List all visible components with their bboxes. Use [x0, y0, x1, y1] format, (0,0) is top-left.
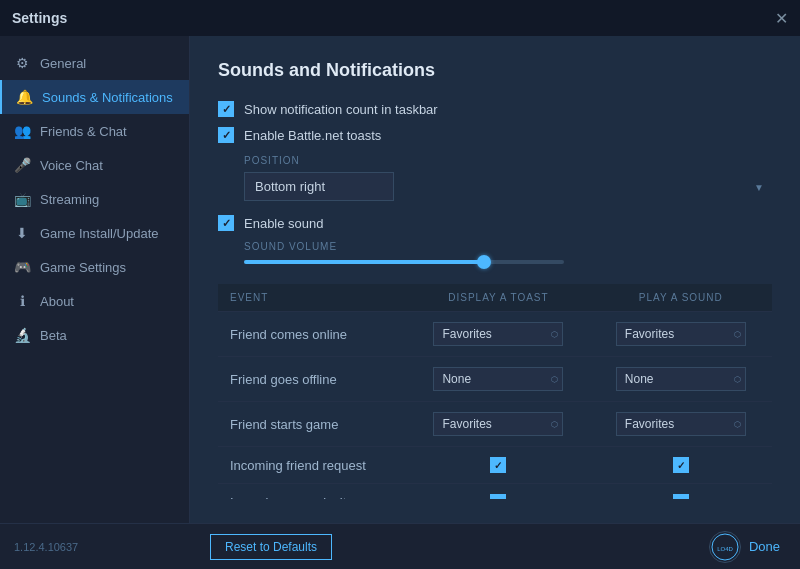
event-name: Friend starts game [218, 402, 407, 447]
col-play-sound: PLAY A SOUND [590, 284, 772, 312]
event-name: Incoming group invite [218, 484, 407, 500]
sidebar-item-sounds[interactable]: 🔔 Sounds & Notifications [0, 80, 189, 114]
play-sound-cell: FavoritesNoneAlways [590, 357, 772, 402]
display-toast-checkbox-wrap [419, 494, 577, 499]
event-name: Friend comes online [218, 312, 407, 357]
table-row: Friend comes online FavoritesNoneAlways [218, 312, 772, 357]
volume-slider-track[interactable] [244, 260, 564, 264]
version-label: 1.12.4.10637 [14, 541, 78, 553]
col-event: EVENT [218, 284, 407, 312]
done-area: LO4D Done [709, 531, 780, 563]
table-row: Incoming group invite [218, 484, 772, 500]
col-display-toast: DISPLAY A TOAST [407, 284, 589, 312]
content-scroll: Sounds and Notifications Show notificati… [218, 60, 772, 499]
position-label: POSITION [244, 155, 772, 166]
display-toast-cell: FavoritesNoneAlways [407, 402, 589, 447]
enable-toasts-checkbox[interactable] [218, 127, 234, 143]
display-toast-checkbox[interactable] [490, 457, 506, 473]
display-toast-checkbox-wrap [419, 457, 577, 473]
sidebar: ⚙ General 🔔 Sounds & Notifications 👥 Fri… [0, 36, 190, 569]
sound-volume-section: SOUND VOLUME [244, 241, 772, 264]
sidebar-item-streaming[interactable]: 📺 Streaming [0, 182, 189, 216]
content-area: Sounds and Notifications Show notificati… [190, 36, 800, 569]
version-bar: 1.12.4.10637 [0, 523, 190, 569]
main-container: ⚙ General 🔔 Sounds & Notifications 👥 Fri… [0, 36, 800, 569]
info-icon: ℹ [14, 293, 30, 309]
display-toast-cell [407, 484, 589, 500]
play-sound-cell [590, 484, 772, 500]
play-sound-dropdown-wrap: FavoritesNoneAlways [616, 412, 746, 436]
play-sound-dropdown-wrap: FavoritesNoneAlways [616, 367, 746, 391]
mic-icon: 🎤 [14, 157, 30, 173]
bottom-bar: Reset to Defaults LO4D Done [190, 523, 800, 569]
play-sound-checkbox-wrap [602, 457, 760, 473]
enable-sound-option: Enable sound [218, 215, 772, 231]
sidebar-item-friends[interactable]: 👥 Friends & Chat [0, 114, 189, 148]
display-toast-cell: FavoritesNoneAlways [407, 312, 589, 357]
notification-count-option: Show notification count in taskbar [218, 101, 772, 117]
sidebar-item-voice[interactable]: 🎤 Voice Chat [0, 148, 189, 182]
lo4d-logo: LO4D [709, 531, 741, 563]
download-icon: ⬇ [14, 225, 30, 241]
event-name: Incoming friend request [218, 447, 407, 484]
table-row: Incoming friend request [218, 447, 772, 484]
display-toast-dropdown-wrap: FavoritesNoneAlways [433, 367, 563, 391]
title-bar: Settings ✕ [0, 0, 800, 36]
display-toast-dropdown[interactable]: FavoritesNoneAlways [433, 367, 563, 391]
table-row: Friend goes offline FavoritesNoneAlways [218, 357, 772, 402]
enable-sound-checkbox[interactable] [218, 215, 234, 231]
enable-toasts-option: Enable Battle.net toasts [218, 127, 772, 143]
page-title: Sounds and Notifications [218, 60, 772, 81]
friends-icon: 👥 [14, 123, 30, 139]
notification-count-label: Show notification count in taskbar [244, 102, 438, 117]
display-toast-checkbox[interactable] [490, 494, 506, 499]
enable-sound-label: Enable sound [244, 216, 324, 231]
sidebar-item-gameinstall[interactable]: ⬇ Game Install/Update [0, 216, 189, 250]
display-toast-dropdown-wrap: FavoritesNoneAlways [433, 322, 563, 346]
controller-icon: 🎮 [14, 259, 30, 275]
bell-icon: 🔔 [16, 89, 32, 105]
volume-slider-thumb[interactable] [477, 255, 491, 269]
display-toast-cell: FavoritesNoneAlways [407, 357, 589, 402]
play-sound-dropdown[interactable]: FavoritesNoneAlways [616, 367, 746, 391]
display-toast-dropdown[interactable]: FavoritesNoneAlways [433, 322, 563, 346]
notification-count-checkbox[interactable] [218, 101, 234, 117]
enable-toasts-label: Enable Battle.net toasts [244, 128, 381, 143]
gear-icon: ⚙ [14, 55, 30, 71]
done-label[interactable]: Done [749, 539, 780, 554]
streaming-icon: 📺 [14, 191, 30, 207]
play-sound-dropdown[interactable]: FavoritesNoneAlways [616, 322, 746, 346]
play-sound-cell: FavoritesNoneAlways [590, 312, 772, 357]
chevron-down-icon: ▼ [754, 181, 764, 192]
volume-slider-fill [244, 260, 484, 264]
beta-icon: 🔬 [14, 327, 30, 343]
play-sound-dropdown[interactable]: FavoritesNoneAlways [616, 412, 746, 436]
svg-text:LO4D: LO4D [717, 546, 733, 552]
reset-defaults-button[interactable]: Reset to Defaults [210, 534, 332, 560]
table-row: Friend starts game FavoritesNoneAlways [218, 402, 772, 447]
play-sound-dropdown-wrap: FavoritesNoneAlways [616, 322, 746, 346]
display-toast-dropdown-wrap: FavoritesNoneAlways [433, 412, 563, 436]
sidebar-item-general[interactable]: ⚙ General [0, 46, 189, 80]
sound-volume-label: SOUND VOLUME [244, 241, 772, 252]
play-sound-checkbox-wrap [602, 494, 760, 499]
title-bar-title: Settings [12, 10, 67, 26]
play-sound-cell: FavoritesNoneAlways [590, 402, 772, 447]
event-name: Friend goes offline [218, 357, 407, 402]
play-sound-cell [590, 447, 772, 484]
position-dropdown[interactable]: Bottom right Bottom left Top right Top l… [244, 172, 394, 201]
position-dropdown-wrapper: Bottom right Bottom left Top right Top l… [244, 172, 772, 201]
sidebar-item-beta[interactable]: 🔬 Beta [0, 318, 189, 352]
display-toast-dropdown[interactable]: FavoritesNoneAlways [433, 412, 563, 436]
close-button[interactable]: ✕ [775, 9, 788, 28]
display-toast-cell [407, 447, 589, 484]
play-sound-checkbox[interactable] [673, 457, 689, 473]
sidebar-item-about[interactable]: ℹ About [0, 284, 189, 318]
events-table: EVENT DISPLAY A TOAST PLAY A SOUND Frien… [218, 284, 772, 499]
sidebar-item-gamesettings[interactable]: 🎮 Game Settings [0, 250, 189, 284]
play-sound-checkbox[interactable] [673, 494, 689, 499]
